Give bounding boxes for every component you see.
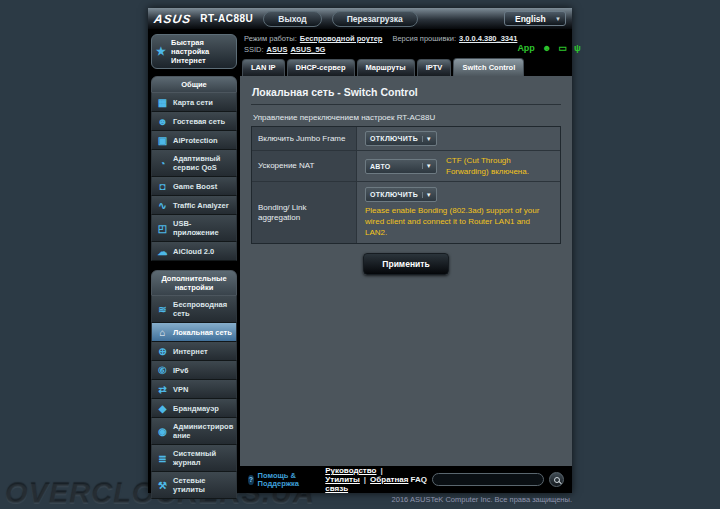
footer-bar: ? Помощь & Поддержка Руководство|Утилиты… xyxy=(240,466,572,493)
info-bar: Режим работы:Беспроводной роутерВерсия п… xyxy=(240,30,572,56)
nat-acceleration-note: CTF (Cut Through Forwarding) включена. xyxy=(446,155,552,177)
wrench-icon: ⚒ xyxy=(156,481,169,490)
settings-table: Включить Jumbo Frame Отключить ▼ Ускорен… xyxy=(251,126,561,244)
wifi-icon: ≋ xyxy=(156,305,169,314)
bonding-note: Please enable Bonding (802.3ad) support … xyxy=(365,205,552,238)
sidebar-section-title: Дополнительные настройки xyxy=(151,270,237,296)
home-icon: ⌂ xyxy=(156,328,169,337)
shield-icon: ◆ xyxy=(156,404,169,413)
bonding-select[interactable]: Отключить ▼ xyxy=(365,187,437,202)
top-header-bar: ASUS RT-AC88U Выход Перезагрузка English… xyxy=(148,8,572,30)
tab-routes[interactable]: Маршруты xyxy=(357,59,415,76)
sidebar-item-vpn[interactable]: ⇄VPN xyxy=(151,380,237,399)
sidebar-item-adaptive-qos[interactable]: ◔Адаптивный сервис QoS xyxy=(151,150,237,177)
nat-acceleration-value: Авто xyxy=(370,163,391,170)
table-row-nat-acceleration: Ускорение NAT Авто ▼ CTF (Cut Through Fo… xyxy=(252,151,560,182)
sidebar-section-title: Общие xyxy=(151,76,237,93)
quick-setup-label: Быстрая настройка Интернет xyxy=(171,38,233,65)
tab-iptv[interactable]: IPTV xyxy=(417,59,452,76)
sidebar-section-1: Дополнительные настройки≋Беспроводная се… xyxy=(151,270,237,499)
mode-link[interactable]: Беспроводной роутер xyxy=(300,34,383,43)
vpn-icon: ⇄ xyxy=(156,385,169,394)
sidebar-item-guest-network[interactable]: ☻Гостевая сеть xyxy=(151,112,237,131)
admin-icon: ◉ xyxy=(156,427,169,436)
footer-link-utilities[interactable]: Утилиты xyxy=(325,475,360,484)
magic-wand-icon: ★ xyxy=(155,45,167,58)
faq-search-input[interactable] xyxy=(432,473,544,486)
sidebar-item-label: AiProtection xyxy=(173,136,218,145)
tab-dhcp-server[interactable]: DHCP-сервер xyxy=(287,59,355,76)
sidebar-item-administration[interactable]: ◉Администрирование xyxy=(151,418,237,445)
sidebar-item-label: VPN xyxy=(173,385,188,394)
sidebar-item-ipv6[interactable]: ⑥IPv6 xyxy=(151,361,237,380)
table-row-jumbo-frame: Включить Jumbo Frame Отключить ▼ xyxy=(252,127,560,151)
asus-logo: ASUS xyxy=(153,12,192,26)
logout-button[interactable]: Выход xyxy=(263,11,321,27)
sidebar-item-label: IPv6 xyxy=(173,366,188,375)
ssid-primary-link[interactable]: ASUS xyxy=(267,45,288,54)
router-model: RT-AC88U xyxy=(200,13,253,24)
puzzle-icon: ◰ xyxy=(156,224,169,233)
faq-label: FAQ xyxy=(411,475,427,484)
footer-links: Руководство|Утилиты|Обратная связь xyxy=(325,466,410,493)
sidebar-item-lan[interactable]: ⌂Локальная сеть xyxy=(151,323,237,342)
sidebar-item-wan[interactable]: ⊕Интернет xyxy=(151,342,237,361)
page-title: Локальная сеть - Switch Control xyxy=(251,82,561,105)
sidebar-item-network-map[interactable]: ▦Карта сети xyxy=(151,93,237,112)
table-caption: Управление переключением настроек RT-AC8… xyxy=(251,105,561,126)
sidebar-item-label: Беспроводная сеть xyxy=(173,300,234,318)
sidebar-item-label: Интернет xyxy=(173,347,208,356)
sidebar-item-label: AiCloud 2.0 xyxy=(173,247,214,256)
mode-firmware-line: Режим работы:Беспроводной роутерВерсия п… xyxy=(244,33,517,44)
link-separator: | xyxy=(364,475,366,484)
apply-button[interactable]: Применить xyxy=(363,253,448,275)
chevron-down-icon: ▼ xyxy=(422,136,432,142)
app-link[interactable]: App xyxy=(517,43,535,53)
nat-acceleration-select[interactable]: Авто ▼ xyxy=(365,159,437,174)
jumbo-frame-label: Включить Jumbo Frame xyxy=(252,127,357,150)
jumbo-frame-value: Отключить xyxy=(370,135,418,142)
copyright-text: 2016 ASUSTeK Computer Inc. Все права защ… xyxy=(148,495,572,504)
usb-icon[interactable]: ψ xyxy=(574,43,581,53)
footer-link-manual[interactable]: Руководство xyxy=(325,466,376,475)
chart-icon: ∿ xyxy=(156,201,169,210)
sidebar-item-usb-app[interactable]: ◰USB-приложение xyxy=(151,215,237,242)
tab-bar: LAN IPDHCP-серверМаршрутыIPTVSwitch Cont… xyxy=(240,56,572,76)
ipv6-icon: ⑥ xyxy=(156,366,169,375)
reboot-button[interactable]: Перезагрузка xyxy=(332,11,418,27)
language-dropdown[interactable]: English ▼ xyxy=(504,11,566,26)
monitor-icon[interactable]: ▭ xyxy=(558,43,567,53)
sidebar-item-label: USB-приложение xyxy=(173,219,234,237)
sidebar-item-label: Сетевые утилиты xyxy=(173,476,234,494)
quick-setup-button[interactable]: ★ Быстрая настройка Интернет xyxy=(151,34,237,69)
sidebar-item-label: Локальная сеть xyxy=(173,328,232,337)
firmware-link[interactable]: 3.0.0.4.380_3341 xyxy=(459,34,517,43)
sidebar-item-firewall[interactable]: ◆Брандмауэр xyxy=(151,399,237,418)
guest-icon: ☻ xyxy=(156,117,169,126)
sidebar-item-game-boost[interactable]: ◘Game Boost xyxy=(151,177,237,196)
sidebar-item-traffic-analyzer[interactable]: ∿Traffic Analyzer xyxy=(151,196,237,215)
sidebar-item-system-log[interactable]: ≣Системный журнал xyxy=(151,445,237,472)
faq-search-button[interactable] xyxy=(549,472,564,487)
sidebar-item-label: Адаптивный сервис QoS xyxy=(173,154,234,172)
jumbo-frame-select[interactable]: Отключить ▼ xyxy=(365,131,437,146)
tab-lan-ip[interactable]: LAN IP xyxy=(242,59,285,76)
globe-icon: ⊕ xyxy=(156,347,169,356)
bonding-label: Bonding/ Link aggregation xyxy=(252,182,357,243)
sidebar-item-aiprotection[interactable]: ▣AiProtection xyxy=(151,131,237,150)
sidebar-item-wireless[interactable]: ≋Беспроводная сеть xyxy=(151,296,237,323)
sidebar-item-label: Game Boost xyxy=(173,182,217,191)
chevron-down-icon: ▼ xyxy=(422,163,432,169)
magnifier-icon xyxy=(554,477,560,483)
cloud-icon: ☁ xyxy=(156,247,169,256)
bonding-value: Отключить xyxy=(370,191,418,198)
sidebar-item-aicloud[interactable]: ☁AiCloud 2.0 xyxy=(151,242,237,261)
help-support-link[interactable]: ? Помощь & Поддержка xyxy=(248,472,303,488)
sidebar-item-label: Системный журнал xyxy=(173,449,234,467)
client-icon[interactable]: ☻ xyxy=(542,43,551,53)
faq-search: FAQ xyxy=(411,472,564,487)
tab-switch-control[interactable]: Switch Control xyxy=(453,58,524,76)
ssid-secondary-link[interactable]: ASUS_5G xyxy=(290,45,325,54)
sidebar-section-0: Общие▦Карта сети☻Гостевая сеть▣AiProtect… xyxy=(151,76,237,261)
gamepad-icon: ◘ xyxy=(156,182,169,191)
